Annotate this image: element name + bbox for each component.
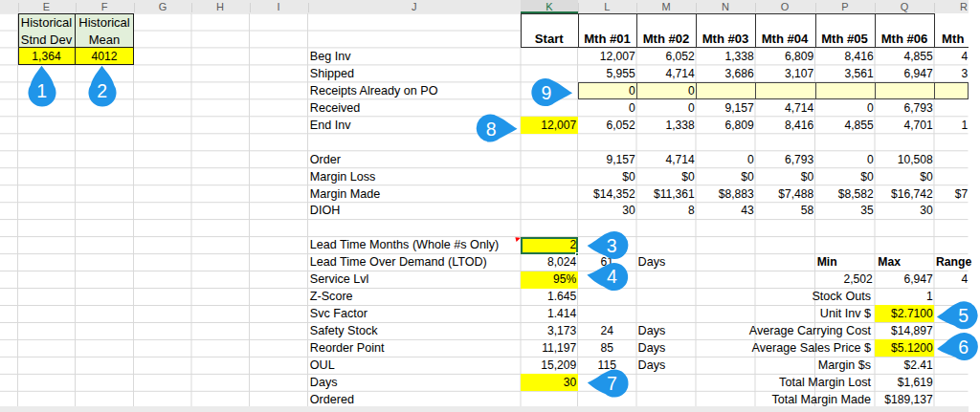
- svg-text:3: 3: [607, 235, 617, 256]
- svg-text:1: 1: [36, 80, 47, 101]
- svg-text:5: 5: [958, 305, 969, 326]
- svg-text:8: 8: [486, 119, 497, 140]
- svg-text:9: 9: [541, 82, 551, 103]
- svg-text:4: 4: [607, 266, 617, 287]
- svg-text:2: 2: [97, 80, 107, 101]
- svg-text:6: 6: [958, 336, 969, 358]
- svg-text:7: 7: [607, 373, 617, 394]
